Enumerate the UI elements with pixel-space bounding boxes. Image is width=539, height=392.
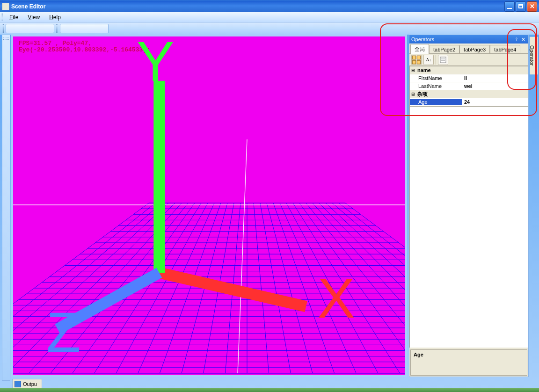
operators-tab-3[interactable]: tabPage4 [490, 45, 520, 53]
title-bar[interactable]: Scene Editor ✕ [0, 0, 539, 12]
pin-icon[interactable]: ⟟ [513, 36, 520, 43]
left-dock-strip[interactable] [2, 35, 10, 381]
output-tab[interactable]: Outpu [12, 379, 42, 388]
svg-text:Z: Z [46, 301, 81, 363]
svg-rect-73 [417, 60, 421, 64]
operator-tab-icon [536, 53, 537, 58]
alphabetical-button[interactable]: A↓ [423, 55, 434, 65]
toolbar-combo-2[interactable] [60, 24, 109, 33]
operators-title: Operators [411, 36, 513, 42]
svg-line-64 [159, 273, 306, 306]
window-title: Scene Editor [11, 3, 504, 10]
taskbar [0, 388, 539, 392]
toolbar-combo-1[interactable] [6, 24, 54, 33]
property-help-pane: Age [410, 349, 527, 376]
operators-tab-0[interactable]: 全局 [410, 44, 429, 54]
property-grid-empty [409, 107, 528, 348]
panel-close-icon[interactable]: ✕ [520, 36, 526, 43]
toolbar-grip-icon-2 [56, 24, 58, 33]
property-category[interactable]: ⊟杂项 [410, 90, 528, 98]
scene-viewport[interactable]: FPS=31.57 , Poly=47, Eye(-20.253500,10.8… [13, 36, 405, 375]
menu-grip-icon [1, 14, 3, 21]
property-row[interactable]: FirstNameli [410, 74, 528, 82]
operators-panel: Operators ⟟ ✕ 全局tabPage2tabPage3tabPage4… [409, 35, 529, 377]
main-window: Scene Editor ✕ File View Help [0, 0, 539, 392]
operators-tabstrip: 全局tabPage2tabPage3tabPage4 [409, 44, 528, 54]
client-area: FPS=31.57 , Poly=47, Eye(-20.253500,10.8… [2, 35, 537, 388]
svg-rect-70 [412, 56, 416, 59]
svg-text:Y: Y [137, 36, 174, 93]
property-row[interactable]: LastNamewei [410, 82, 528, 90]
svg-text:X: X [317, 267, 355, 330]
app-icon [2, 3, 9, 10]
operators-tab-2[interactable]: tabPage3 [459, 45, 490, 53]
axis-gizmo: X Y Z [20, 36, 405, 363]
categorized-button[interactable] [411, 55, 422, 65]
toolbar-separator [436, 55, 436, 65]
propertypages-button[interactable] [438, 55, 448, 65]
operators-titlebar[interactable]: Operators ⟟ ✕ [409, 35, 528, 44]
minimize-button[interactable] [504, 1, 515, 12]
property-category[interactable]: ⊟name [410, 66, 528, 74]
svg-rect-72 [412, 60, 416, 64]
output-tab-icon [15, 381, 21, 387]
viewport-container: FPS=31.57 , Poly=47, Eye(-20.253500,10.8… [11, 35, 407, 377]
close-button[interactable]: ✕ [527, 1, 537, 12]
menu-help[interactable]: Help [44, 13, 66, 22]
toolbar-grip-icon [2, 24, 4, 33]
property-grid[interactable]: ⊟nameFirstNameliLastNamewei⊟杂项Age24 [409, 66, 528, 107]
svg-rect-74 [440, 57, 446, 63]
operator-autohide-tab[interactable]: Operator [530, 36, 538, 75]
menu-view[interactable]: View [23, 13, 44, 22]
maximize-button[interactable] [516, 1, 526, 12]
svg-rect-71 [417, 56, 421, 59]
property-row[interactable]: Age24 [410, 98, 528, 106]
operators-tab-1[interactable]: tabPage2 [429, 45, 459, 53]
toolbar [0, 22, 539, 35]
propertygrid-toolbar: A↓ [409, 54, 528, 66]
menu-bar: File View Help [0, 12, 539, 22]
menu-file[interactable]: File [5, 13, 23, 22]
